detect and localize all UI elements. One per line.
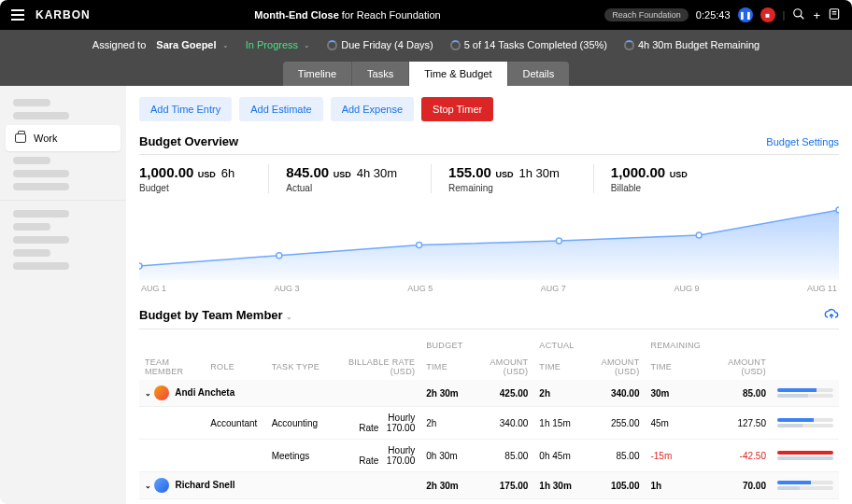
svg-point-9: [696, 232, 702, 238]
column-header: AMOUNT (USD): [580, 354, 646, 380]
column-group-header: REMAINING: [645, 337, 706, 354]
export-icon[interactable]: [824, 307, 839, 323]
svg-point-6: [277, 253, 282, 259]
svg-point-0: [794, 8, 802, 16]
column-group-header: [772, 337, 839, 354]
chevron-down-icon: ⌄: [286, 313, 292, 321]
search-icon[interactable]: [792, 7, 805, 23]
skeleton: [13, 210, 69, 217]
column-group-header: [331, 337, 420, 354]
tab-details[interactable]: Details: [508, 62, 570, 86]
skeleton: [13, 99, 50, 106]
skeleton: [13, 249, 50, 257]
stop-timer-button[interactable]: Stop Timer: [421, 97, 493, 121]
skeleton: [13, 223, 50, 231]
chevron-down-icon: ⌄: [220, 41, 229, 49]
x-axis-label: AUG 1: [141, 284, 166, 293]
column-header: TIME: [645, 354, 706, 380]
budget-settings-link[interactable]: Budget Settings: [766, 136, 839, 147]
avatar: [154, 385, 169, 400]
due-date[interactable]: Due Friday (4 Days): [327, 39, 433, 50]
progress-icon: [450, 40, 461, 50]
budget-team-title[interactable]: Budget by Team Member ⌄: [139, 308, 292, 322]
clock-icon: [327, 40, 337, 50]
x-axis-label: AUG 11: [807, 284, 837, 293]
column-group-header: [469, 337, 534, 354]
chevron-down-icon[interactable]: ⌄: [145, 482, 151, 490]
add-estimate-button[interactable]: Add Estimate: [239, 97, 322, 121]
column-group-header: [706, 337, 772, 354]
column-header: AMOUNT (USD): [706, 354, 772, 380]
budget-stats: 1,000.00 USD6hBudget845.00 USD4h 30mActu…: [139, 164, 839, 193]
add-time-entry-button[interactable]: Add Time Entry: [139, 97, 232, 121]
skeleton: [13, 236, 69, 244]
column-header: [772, 354, 839, 380]
add-expense-button[interactable]: Add Expense: [331, 97, 414, 121]
x-axis-label: AUG 9: [674, 284, 699, 293]
column-header: BILLABLE RATE (USD): [331, 354, 420, 380]
task-row: AccountantAccountingHourly Rate 170.00 2…: [139, 407, 839, 440]
stat-remaining: 155.00 USD1h 30mRemaining: [431, 164, 576, 193]
top-header: KARBON Month-End Close for Reach Foundat…: [0, 0, 852, 30]
menu-icon[interactable]: [11, 9, 24, 21]
left-sidebar: Work: [0, 86, 126, 504]
tab-timeline[interactable]: Timeline: [283, 62, 352, 86]
sidebar-item-label: Work: [34, 133, 57, 144]
skeleton: [13, 262, 69, 270]
team-budget-table: BUDGETACTUALREMAININGTEAM MEMBERROLETASK…: [139, 337, 839, 504]
org-pill[interactable]: Reach Foundation: [604, 8, 689, 21]
svg-point-7: [417, 243, 422, 248]
column-group-header: [580, 337, 646, 354]
budget-remaining[interactable]: 4h 30m Budget Remaining: [624, 39, 760, 50]
status-badge[interactable]: In Progress ⌄: [246, 39, 310, 50]
column-group-header: [266, 337, 332, 354]
stat-billable: 1,000.00 USDBillable: [593, 164, 704, 193]
pause-timer-icon[interactable]: ❚❚: [738, 7, 753, 22]
column-header: ROLE: [205, 354, 265, 380]
column-header: TASK TYPE: [266, 354, 332, 380]
skeleton: [13, 157, 50, 164]
column-group-header: [205, 337, 265, 354]
column-header: TEAM MEMBER: [139, 354, 205, 380]
work-tabs: TimelineTasksTime & BudgetDetails: [283, 62, 569, 86]
chevron-down-icon[interactable]: ⌄: [145, 389, 151, 398]
sidebar-item-work[interactable]: Work: [6, 125, 121, 151]
svg-point-8: [556, 238, 561, 244]
page-title: Month-End Close for Reach Foundation: [91, 9, 605, 21]
assigned-to[interactable]: Assigned to Sara Goepel ⌄: [92, 39, 229, 50]
column-header: TIME: [533, 354, 579, 380]
stop-timer-icon[interactable]: ■: [760, 7, 775, 22]
tab-tasks[interactable]: Tasks: [352, 62, 409, 86]
column-group-header: BUDGET: [420, 337, 468, 354]
svg-point-5: [139, 263, 142, 269]
work-subheader: Assigned to Sara Goepel ⌄ In Progress ⌄ …: [0, 30, 852, 86]
notes-icon[interactable]: [828, 7, 841, 23]
skeleton: [13, 112, 69, 119]
chevron-down-icon: ⌄: [302, 41, 310, 49]
svg-line-1: [801, 15, 804, 19]
member-row[interactable]: ⌄ Andi Ancheta 2h 30m425.002h340.0030m85…: [139, 380, 839, 407]
x-axis-label: AUG 5: [407, 284, 433, 293]
column-group-header: ACTUAL: [533, 337, 579, 354]
timer-value: 0:25:43: [696, 9, 731, 21]
main-content: Add Time Entry Add Estimate Add Expense …: [126, 86, 852, 504]
app-logo: KARBON: [36, 8, 91, 21]
x-axis-label: AUG 7: [541, 284, 566, 293]
budget-overview-title: Budget Overview: [139, 134, 238, 148]
skeleton: [13, 170, 69, 177]
column-header: TIME: [420, 354, 468, 380]
tasks-progress[interactable]: 5 of 14 Tasks Completed (35%): [450, 39, 607, 50]
add-icon[interactable]: +: [813, 8, 820, 22]
tab-time-budget[interactable]: Time & Budget: [409, 62, 507, 86]
budget-icon: [624, 40, 634, 50]
member-row[interactable]: ⌄ Richard Snell 2h 30m175.001h 30m105.00…: [139, 472, 839, 499]
budget-chart: AUG 1AUG 3AUG 5AUG 7AUG 9AUG 11: [139, 201, 839, 294]
svg-point-10: [836, 207, 839, 213]
stat-actual: 845.00 USD4h 30mActual: [268, 164, 414, 193]
skeleton: [13, 183, 69, 190]
action-buttons: Add Time Entry Add Estimate Add Expense …: [139, 97, 839, 121]
task-row: MeetingsHourly Rate 170.00 0h 30m85.000h…: [139, 440, 839, 472]
column-header: AMOUNT (USD): [469, 354, 534, 380]
x-axis-label: AUG 3: [275, 284, 300, 293]
stat-budget: 1,000.00 USD6hBudget: [139, 164, 251, 193]
